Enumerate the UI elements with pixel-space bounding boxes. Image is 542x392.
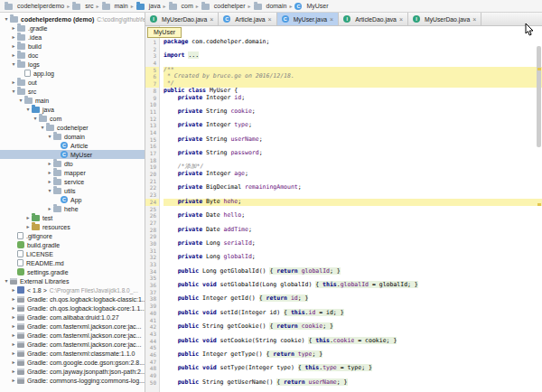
gutter-line-number[interactable]: 48 (145, 365, 159, 372)
chevron-right-icon[interactable]: ▸ (10, 331, 17, 340)
code-line[interactable]: private Long globalId; (164, 254, 542, 261)
project-tree-panel[interactable]: ▾codehelperdemo (demo)C:\coding\github\f… (0, 13, 145, 392)
tree-row[interactable]: ▾External Libraries (0, 276, 145, 285)
gutter-line-number[interactable]: 12 (145, 116, 159, 123)
gutter-line-number[interactable]: 43 (145, 331, 159, 338)
gutter-line-number[interactable]: 45 (145, 344, 159, 351)
chevron-right-icon[interactable]: ▸ (10, 340, 17, 349)
tree-row[interactable]: ▸mapper (0, 168, 145, 177)
chevron-right-icon[interactable]: ▸ (10, 294, 17, 303)
gutter-line-number[interactable]: 40 (145, 310, 159, 317)
tree-row[interactable]: README.md (0, 258, 145, 267)
code-line[interactable]: private BigDecimal remainingAmount; (164, 184, 542, 191)
gutter-line-number[interactable]: 20 (145, 171, 159, 178)
editor-tab[interactable]: CMyUser.java× (277, 13, 340, 25)
editor-tab[interactable]: IMyUserDao.java× (145, 13, 219, 25)
breadcrumb-item[interactable]: java (136, 3, 162, 10)
breadcrumb-item[interactable]: codehelperdemo (4, 3, 65, 10)
code-line[interactable]: private Long serialId; (164, 240, 542, 247)
editor-code[interactable]: package com.codehelper.domain;import ...… (160, 26, 542, 392)
gutter-line-number[interactable]: 22 (145, 184, 159, 191)
tree-row[interactable]: ▾utils (0, 186, 145, 195)
chevron-right-icon[interactable]: ▸ (46, 177, 53, 186)
code-line[interactable]: private Byte hehe; (164, 199, 542, 206)
gutter-line-number[interactable]: 28 (145, 227, 159, 234)
breadcrumb-item[interactable]: codehelper (201, 3, 247, 10)
tree-row[interactable]: app.log (0, 69, 145, 78)
tree-row[interactable]: .gitignore (0, 231, 145, 240)
tree-row[interactable]: ▸out (0, 78, 145, 87)
chevron-right-icon[interactable]: ▸ (24, 222, 32, 231)
tree-row[interactable]: ▾com (0, 114, 145, 123)
gutter-line-number[interactable]: 1 (145, 39, 159, 46)
breadcrumb-item[interactable]: src (71, 3, 94, 10)
code-line[interactable]: private String password; (164, 150, 542, 157)
code-line[interactable]: private String userName; (164, 136, 542, 144)
tree-row[interactable]: ▸test (0, 213, 145, 222)
gutter-line-number[interactable]: 50 (145, 379, 159, 387)
breadcrumb-item[interactable]: CMyUser (294, 3, 329, 10)
chevron-right-icon[interactable]: ▸ (10, 313, 17, 322)
tree-row[interactable]: CApp (0, 195, 145, 204)
close-icon[interactable]: × (399, 16, 403, 23)
gutter-line-number[interactable]: 19 (145, 163, 159, 171)
tree-row[interactable]: CMyUser (0, 150, 145, 159)
chevron-down-icon[interactable]: ▾ (32, 114, 39, 123)
gutter-line-number[interactable]: 39 (145, 303, 159, 310)
tree-row[interactable]: ▾domain (0, 132, 145, 141)
gutter-line-number[interactable]: 25 (145, 206, 159, 213)
code-line[interactable]: public Integer getId() { return id; } (164, 295, 542, 303)
chevron-right-icon[interactable]: ▸ (10, 78, 17, 87)
code-line[interactable]: public void setCookie(String cookie) { t… (164, 338, 542, 345)
gutter-line-number[interactable]: 8 (145, 88, 159, 95)
gutter-line-number[interactable]: 36 (145, 282, 159, 289)
chevron-right-icon[interactable]: ▸ (10, 42, 17, 51)
chevron-right-icon[interactable]: ▸ (10, 349, 17, 358)
gutter-line-number[interactable]: 9 (145, 95, 159, 102)
gutter-line-number[interactable]: 17 (145, 150, 159, 157)
scrollbar-thumb[interactable] (537, 46, 541, 147)
chevron-right-icon[interactable]: ▸ (10, 376, 17, 385)
gutter-line-number[interactable]: 18 (145, 157, 159, 164)
tree-row[interactable]: ▾src (0, 87, 145, 96)
tree-row[interactable]: ▸.idea (0, 33, 145, 42)
close-icon[interactable]: × (210, 16, 213, 23)
code-line[interactable]: public Long getGlobalId() { return globa… (164, 268, 542, 275)
gutter-line-number[interactable]: 11 (145, 108, 159, 116)
gutter-line-number[interactable]: 46 (145, 351, 159, 359)
tree-row[interactable]: ▸Gradle: com.alibaba:druid:1.0.27 (0, 313, 145, 322)
tree-row[interactable]: ▾codehelper (0, 123, 145, 132)
tree-row[interactable]: build.gradle (0, 240, 145, 249)
gutter-line-number[interactable]: 32 (145, 254, 159, 261)
code-line[interactable] (164, 46, 542, 53)
code-line[interactable]: package com.codehelper.domain; (164, 39, 542, 46)
gutter-line-number[interactable]: 10 (145, 101, 159, 108)
chevron-right-icon[interactable]: ▸ (46, 168, 53, 177)
tree-row[interactable]: ▾codehelperdemo (demo)C:\coding\github\f… (0, 14, 145, 23)
tree-row[interactable]: ▸< 1.8 >C:\Program Files\Java\jdk1.8.0_.… (0, 285, 145, 294)
chevron-right-icon[interactable]: ▸ (10, 367, 17, 376)
gutter-line-number[interactable]: 47 (145, 359, 159, 366)
chevron-right-icon[interactable]: ▸ (46, 204, 53, 213)
chevron-down-icon[interactable]: ▾ (10, 60, 17, 69)
tree-row[interactable]: ▸Gradle: ch.qos.logback:logback-core:1.1… (0, 303, 145, 313)
chevron-right-icon[interactable]: ▸ (10, 23, 17, 33)
gutter-line-number[interactable]: 31 (145, 247, 159, 255)
code-line[interactable]: public void setGlobalId(Long globalId) {… (164, 282, 542, 289)
tree-row[interactable]: ▸dto (0, 159, 145, 168)
gutter-line-number[interactable]: 34 (145, 268, 159, 275)
gutter-line-number[interactable]: 21 (145, 178, 159, 185)
chevron-right-icon[interactable]: ▸ (10, 51, 17, 60)
chevron-down-icon[interactable]: ▾ (39, 123, 46, 132)
gutter-line-number[interactable]: 44 (145, 338, 159, 345)
chevron-right-icon[interactable]: ▸ (10, 322, 17, 331)
tree-row[interactable]: ▸resources (0, 222, 145, 231)
gutter-line-number[interactable]: 29 (145, 233, 159, 240)
editor-tab[interactable]: CArticle.java× (219, 13, 276, 25)
code-line[interactable]: public void setType(Integer type) { this… (164, 365, 542, 372)
chevron-down-icon[interactable]: ▾ (46, 186, 53, 195)
gutter-line-number[interactable]: 26 (145, 212, 159, 219)
tree-row[interactable]: ▸Gradle: com.google.code.gson:gson:2.8..… (0, 358, 145, 367)
chevron-down-icon[interactable]: ▾ (17, 96, 24, 105)
code-line[interactable] (164, 157, 542, 164)
